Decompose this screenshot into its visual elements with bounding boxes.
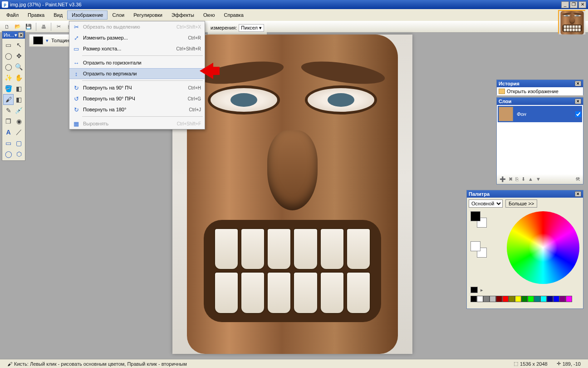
- menu-вид[interactable]: Вид: [49, 10, 67, 20]
- menu-окно[interactable]: Окно: [199, 10, 220, 20]
- layer-visible-checkbox[interactable]: [575, 111, 581, 117]
- menu-item[interactable]: ⤢Изменить размер...Ctrl+R: [69, 32, 205, 43]
- tool-text[interactable]: A: [3, 127, 14, 138]
- new-icon[interactable]: 🗋: [2, 22, 12, 31]
- window-title: img.jpg (37%) - Paint.NET v3.36: [10, 2, 82, 7]
- tool-line[interactable]: ／: [14, 127, 24, 138]
- color-fgbg[interactable]: [470, 211, 487, 228]
- color-wheel[interactable]: [507, 211, 579, 284]
- tool-rounded-rect[interactable]: ▢: [14, 138, 24, 149]
- swatch[interactable]: [502, 296, 509, 302]
- canvas[interactable]: [172, 35, 412, 354]
- open-icon[interactable]: 📂: [13, 22, 23, 31]
- tool-brush[interactable]: 🖌: [3, 94, 14, 105]
- properties-icon[interactable]: 🛠: [575, 176, 580, 182]
- swatch[interactable]: [509, 296, 515, 302]
- tool-pencil[interactable]: ✎: [3, 105, 14, 116]
- save-icon[interactable]: 💾: [24, 22, 34, 31]
- menu-регулировки[interactable]: Регулировки: [129, 10, 167, 20]
- tool-ellipse[interactable]: ◯: [3, 149, 14, 159]
- swatch[interactable]: [470, 296, 477, 302]
- tool-picker[interactable]: 💉: [14, 105, 24, 116]
- swatch[interactable]: [540, 296, 547, 302]
- tool-zoom[interactable]: 🔍: [14, 61, 24, 72]
- menu-item[interactable]: ↔Отразить по горизонтали: [69, 57, 205, 68]
- tool-lasso[interactable]: ◯: [3, 50, 14, 61]
- window-titlebar: p img.jpg (37%) - Paint.NET v3.36 _ ❐ ✕: [0, 0, 588, 9]
- color-fgbg-secondary[interactable]: [470, 241, 487, 258]
- layer-row[interactable]: Фон: [498, 106, 582, 122]
- history-item[interactable]: Открыть изображение: [497, 87, 583, 95]
- close-icon[interactable]: ✕: [18, 32, 24, 38]
- duplicate-layer-icon[interactable]: ⎘: [515, 176, 519, 182]
- swatch[interactable]: [515, 296, 521, 302]
- menu-item-shortcut: Ctrl+R: [188, 35, 201, 40]
- menu-item-icon: ▦: [71, 120, 81, 127]
- more-button[interactable]: Больше >>: [505, 199, 537, 208]
- tool-move[interactable]: ↖: [14, 40, 24, 50]
- tool-gradient[interactable]: ◧: [14, 83, 24, 94]
- swatch[interactable]: [547, 296, 553, 302]
- tool-fill[interactable]: 🪣: [3, 83, 14, 94]
- menu-item-shortcut: Ctrl+Shift+F: [177, 121, 201, 126]
- swatch[interactable]: [496, 296, 502, 302]
- move-up-icon[interactable]: ▲: [528, 176, 533, 182]
- swatch[interactable]: [553, 296, 559, 302]
- delete-layer-icon[interactable]: ✖: [509, 176, 513, 182]
- palette-menu-icon[interactable]: ▸: [480, 287, 483, 293]
- menu-item-shortcut: Ctrl+G: [188, 96, 201, 101]
- menu-изображение[interactable]: Изображение: [67, 10, 108, 20]
- minimize-button[interactable]: _: [561, 1, 569, 8]
- close-icon[interactable]: ✕: [575, 99, 581, 104]
- swatch[interactable]: [534, 296, 540, 302]
- tool-eraser[interactable]: ◧: [14, 94, 24, 105]
- menu-справка[interactable]: Справка: [220, 10, 248, 20]
- close-icon[interactable]: ✕: [575, 81, 581, 86]
- tool-pan[interactable]: ✋: [14, 72, 24, 83]
- swatch[interactable]: [528, 296, 534, 302]
- document-thumbnail[interactable]: [558, 10, 585, 34]
- folder-icon: [499, 89, 505, 94]
- menu-item-icon: ⤢: [71, 35, 81, 41]
- tool-clone[interactable]: ❐: [3, 116, 14, 127]
- menu-item[interactable]: ↻Повернуть на 90° ПЧCtrl+H: [69, 82, 205, 93]
- menu-item[interactable]: ↕Отразить по вертикали: [69, 68, 205, 79]
- units-select[interactable]: Пиксел ▾: [239, 24, 264, 32]
- toolbox-title[interactable]: Ин...▾✕: [2, 31, 25, 39]
- add-layer-icon[interactable]: ➕: [500, 176, 506, 182]
- menu-слои[interactable]: Слои: [108, 10, 129, 20]
- dock-icon[interactable]: ▾: [15, 32, 17, 38]
- swatch[interactable]: [521, 296, 528, 302]
- menu-правка[interactable]: Правка: [23, 10, 49, 20]
- menu-item[interactable]: ↺Повернуть на 90° ПРЧCtrl+G: [69, 93, 205, 104]
- maximize-button[interactable]: ❐: [570, 1, 578, 8]
- tool-ellipse-select[interactable]: ◯: [3, 61, 14, 72]
- menu-item[interactable]: ▭Размер холста...Ctrl+Shift+R: [69, 43, 205, 54]
- move-down-icon[interactable]: ▼: [536, 176, 541, 182]
- swatch[interactable]: [566, 296, 572, 302]
- print-icon[interactable]: 🖶: [39, 22, 49, 31]
- swatch[interactable]: [477, 296, 483, 302]
- color-mode-select[interactable]: Основной: [469, 199, 503, 208]
- menu-item-label: Отразить по вертикали: [81, 71, 201, 76]
- layer-name: Фон: [517, 111, 526, 117]
- tool-rect-select[interactable]: ▭: [3, 40, 14, 50]
- menu-файл[interactable]: Файл: [2, 10, 23, 20]
- merge-down-icon[interactable]: ⬇: [521, 176, 525, 182]
- close-button[interactable]: ✕: [578, 1, 586, 8]
- tool-rect[interactable]: ▭: [3, 138, 14, 149]
- tool-magic-wand[interactable]: ✨: [3, 72, 14, 83]
- close-icon[interactable]: ✕: [575, 191, 581, 197]
- cut-icon[interactable]: ✂: [54, 22, 64, 31]
- swatch[interactable]: [483, 296, 490, 302]
- palette-swatches: [467, 294, 583, 304]
- swatch[interactable]: [559, 296, 566, 302]
- tool-freeform[interactable]: ⬡: [14, 149, 24, 159]
- dimensions-icon: ⬚: [514, 361, 518, 367]
- menu-item[interactable]: ↻Повернуть на 180°Ctrl+J: [69, 104, 205, 115]
- layers-title: Слои: [499, 99, 511, 104]
- swatch[interactable]: [490, 296, 496, 302]
- tool-move-selection[interactable]: ✥: [14, 50, 24, 61]
- menu-эффекты[interactable]: Эффекты: [167, 10, 199, 20]
- tool-recolor[interactable]: ◉: [14, 116, 24, 127]
